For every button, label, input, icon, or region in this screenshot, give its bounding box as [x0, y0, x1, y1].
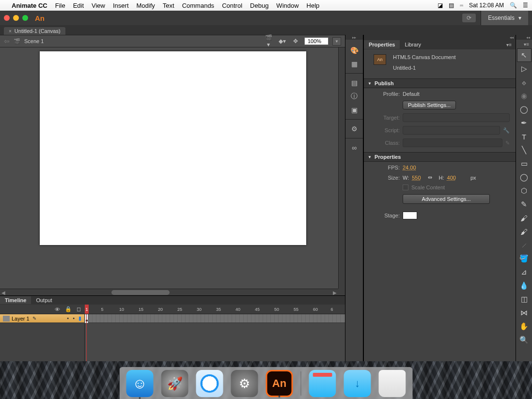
tab-properties[interactable]: Properties — [364, 40, 400, 49]
window-zoom-button[interactable] — [22, 15, 28, 21]
app-name[interactable]: Animate CC — [12, 2, 47, 9]
polystar-tool[interactable]: ⬡ — [517, 184, 532, 198]
menu-help[interactable]: Help — [307, 2, 320, 9]
align-panel-icon[interactable]: ▤ — [348, 77, 360, 89]
fps-value[interactable]: 24.00 — [403, 165, 416, 170]
eraser-tool[interactable]: ◫ — [517, 292, 532, 306]
hand-tool[interactable]: ✋ — [517, 320, 532, 333]
menu-debug[interactable]: Debug — [250, 2, 268, 9]
dock-collapse-icon[interactable]: ▸▸ — [345, 35, 363, 40]
window-minimize-button[interactable] — [13, 15, 19, 21]
menu-view[interactable]: View — [92, 2, 105, 9]
bone-tool[interactable]: ⟋ — [517, 238, 532, 252]
paint-bucket-tool[interactable]: 🪣 — [517, 252, 532, 265]
menu-text[interactable]: Text — [163, 2, 174, 9]
zoom-input[interactable]: 100% — [304, 37, 329, 45]
components-panel-icon[interactable]: ⚙ — [348, 123, 360, 135]
stage-canvas[interactable] — [40, 51, 306, 245]
brush-tool[interactable]: 🖌 — [517, 211, 532, 225]
frame-row[interactable] — [85, 314, 345, 323]
display-icon[interactable]: ▤ — [449, 2, 454, 9]
menu-modify[interactable]: Modify — [137, 2, 155, 9]
selection-tool[interactable]: ↖ — [517, 48, 532, 62]
edit-scene-icon[interactable]: 🎬▾ — [264, 34, 273, 48]
scene-name[interactable]: Scene 1 — [24, 38, 44, 44]
layer-row[interactable]: Layer 1 ✎ ••▮ — [0, 314, 84, 323]
menu-window[interactable]: Window — [276, 2, 298, 9]
cc-libraries-panel-icon[interactable]: ∞ — [348, 142, 360, 153]
free-transform-tool[interactable]: ⟐ — [517, 76, 532, 89]
dock-launchpad[interactable]: 🚀 — [161, 370, 188, 397]
menu-commands[interactable]: Commands — [182, 2, 214, 9]
battery-icon[interactable]: ⎓ — [460, 2, 463, 9]
ink-bottle-tool[interactable]: ⊿ — [517, 265, 532, 279]
info-panel-icon[interactable]: ⓘ — [348, 91, 360, 102]
menu-edit[interactable]: Edit — [73, 2, 84, 9]
edit-symbol-icon[interactable]: ◆▾ — [277, 38, 287, 45]
center-stage-icon[interactable]: ✥ — [291, 38, 300, 45]
eyedropper-tool[interactable]: 💧 — [517, 279, 532, 292]
publish-settings-button[interactable]: Publish Settings... — [403, 101, 456, 109]
workspace-switcher[interactable]: Essentials ▾ — [481, 11, 528, 25]
menu-insert[interactable]: Insert — [113, 2, 129, 9]
window-close-button[interactable] — [4, 15, 10, 21]
document-tab[interactable]: × Untitled-1 (Canvas) — [4, 27, 65, 35]
layer-name[interactable]: Layer 1 — [12, 316, 30, 322]
publish-section-header[interactable]: ▼ Publish — [364, 78, 516, 88]
3d-rotation-tool[interactable]: ◉ — [517, 89, 532, 103]
dock-system-preferences[interactable]: ⚙ — [231, 370, 258, 397]
zoom-dropdown-icon[interactable]: ▼ — [332, 37, 341, 46]
scroll-right-icon[interactable]: ▶ — [331, 289, 338, 295]
zoom-tool[interactable]: 🔍 — [517, 333, 532, 347]
subselection-tool[interactable]: ▷ — [517, 62, 532, 76]
tray-icon[interactable]: ◪ — [438, 2, 443, 9]
keyframe[interactable] — [85, 314, 89, 323]
width-value[interactable]: 550 — [412, 175, 421, 181]
stage-scrollbar-horizontal[interactable]: ◀ ▶ — [0, 289, 338, 295]
back-arrow-icon[interactable]: ⇦ — [4, 37, 10, 45]
spotlight-icon[interactable]: 🔍 — [510, 2, 517, 9]
panel-menu-icon[interactable]: ▾≡ — [502, 42, 516, 47]
pen-tool[interactable]: ✒ — [517, 116, 532, 130]
lock-column-icon[interactable]: 🔒 — [65, 306, 72, 312]
height-value[interactable]: 400 — [447, 175, 456, 181]
dock-finder[interactable]: ☺ — [126, 370, 154, 397]
panel-collapse-icon[interactable]: ◂◂ — [510, 35, 514, 40]
oval-tool[interactable]: ◯ — [517, 170, 532, 184]
close-tab-icon[interactable]: × — [9, 29, 12, 34]
dock-animate[interactable]: An — [266, 370, 293, 397]
scene-clapper-icon[interactable]: 🎬 — [14, 38, 20, 45]
advanced-settings-button[interactable]: Advanced Settings... — [403, 194, 490, 204]
clock[interactable]: Sat 12:08 AM — [469, 2, 504, 9]
color-panel-icon[interactable]: 🎨 — [348, 45, 360, 56]
lasso-tool[interactable]: ◯ — [517, 103, 532, 116]
visibility-column-icon[interactable]: 👁 — [55, 307, 60, 312]
rectangle-tool[interactable]: ▭ — [517, 157, 532, 170]
tools-collapse-icon[interactable]: ◂◂ — [526, 35, 530, 40]
tab-timeline[interactable]: Timeline — [0, 296, 31, 304]
pencil-tool[interactable]: ✎ — [517, 198, 532, 211]
tools-menu-icon[interactable]: ▾≡ — [516, 40, 532, 48]
sync-settings-icon[interactable] — [462, 14, 476, 22]
stage-color-swatch[interactable] — [403, 212, 417, 219]
playhead[interactable]: 1 — [85, 305, 89, 314]
link-dimensions-icon[interactable]: ⇔ — [428, 174, 432, 181]
width-tool[interactable]: ⋈ — [517, 306, 532, 320]
stage-scrollbar-vertical[interactable] — [338, 47, 345, 289]
properties-section-header[interactable]: ▼ Properties — [364, 152, 516, 162]
dock-safari[interactable] — [196, 370, 223, 397]
timeline-ruler[interactable]: 1 5 10 15 20 25 30 35 40 45 50 55 60 6 — [85, 305, 345, 314]
paint-brush-tool[interactable]: 🖌 — [517, 225, 532, 238]
line-tool[interactable]: ╲ — [517, 143, 532, 157]
tab-library[interactable]: Library — [400, 40, 426, 49]
menu-control[interactable]: Control — [222, 2, 242, 9]
outline-column-icon[interactable]: ◻ — [77, 306, 81, 312]
dock-folder[interactable] — [309, 370, 336, 397]
scroll-left-icon[interactable]: ◀ — [0, 289, 7, 295]
dock-downloads[interactable] — [344, 370, 371, 397]
text-tool[interactable]: T — [517, 130, 532, 143]
tab-output[interactable]: Output — [31, 296, 57, 304]
dock-trash[interactable] — [379, 370, 406, 397]
swatches-panel-icon[interactable]: ▦ — [348, 58, 360, 70]
notification-icon[interactable]: ☰ — [523, 2, 528, 9]
